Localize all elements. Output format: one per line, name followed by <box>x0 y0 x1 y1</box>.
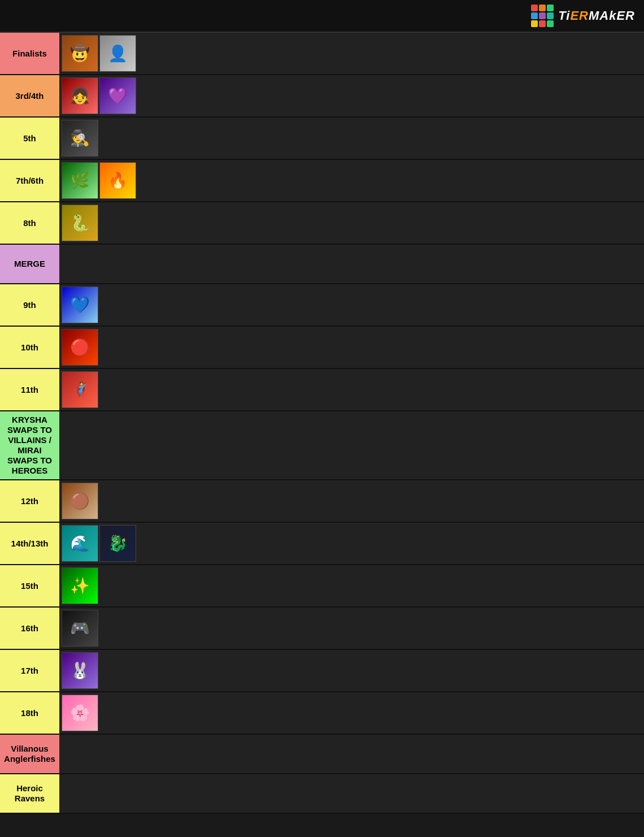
tier-content-finalists: 🤠👤 <box>59 33 644 74</box>
char-image-char15: ✨ <box>62 567 98 604</box>
char-image-char3: 👧 <box>62 77 98 114</box>
tier-list: Finalists🤠👤3rd/4th👧💜5th🕵️7th/6th🌿🔥8th🐍ME… <box>0 33 644 814</box>
tier-label-finalists: Finalists <box>0 33 59 74</box>
tier-content-merge <box>59 245 644 283</box>
tier-content-heroic <box>59 774 644 813</box>
tier-row-third-fourth: 3rd/4th👧💜 <box>0 75 644 118</box>
char-image-char9: 💙 <box>62 287 98 323</box>
tier-row-merge: MERGE <box>0 245 644 284</box>
tier-label-fourteenth-thirteenth: 14th/13th <box>0 523 59 564</box>
tier-label-villanous: Villanous Anglerfishes <box>0 735 59 773</box>
tier-row-fifth: 5th🕵️ <box>0 118 644 160</box>
tier-label-seventeenth: 17th <box>0 650 59 691</box>
tier-label-fifteenth: 15th <box>0 565 59 606</box>
tier-content-third-fourth: 👧💜 <box>59 75 644 116</box>
tier-label-tenth: 10th <box>0 327 59 368</box>
tier-label-seventh-sixth: 7th/6th <box>0 160 59 201</box>
char-image-char8: 🐍 <box>62 205 98 241</box>
tier-label-fifth: 5th <box>0 118 59 159</box>
tier-row-twelfth: 12th🟤 <box>0 480 644 523</box>
tier-content-eighth: 🐍 <box>59 202 644 244</box>
tier-content-seventh-sixth: 🌿🔥 <box>59 160 644 201</box>
tier-row-villanous: Villanous Anglerfishes <box>0 735 644 774</box>
tier-label-krysha-swap: KRYSHA SWAPS TO VILLAINS / MIRAI SWAPS T… <box>0 411 59 479</box>
tier-row-heroic: Heroic Ravens <box>0 774 644 814</box>
tier-label-sixteenth: 16th <box>0 608 59 649</box>
char-image-char11: 🦸 <box>62 371 98 408</box>
tier-row-fifteenth: 15th✨ <box>0 565 644 608</box>
tier-label-eighteenth: 18th <box>0 692 59 734</box>
tier-row-ninth: 9th💙 <box>0 284 644 327</box>
tier-label-twelfth: 12th <box>0 480 59 522</box>
char-image-char1: 🤠 <box>62 35 98 72</box>
char-image-char10: 🔴 <box>62 329 98 366</box>
char-image-char14: 🐉 <box>99 525 136 562</box>
tier-content-sixteenth: 🎮 <box>59 608 644 649</box>
tier-row-eleventh: 11th🦸 <box>0 369 644 411</box>
tier-row-fourteenth-thirteenth: 14th/13th🌊🐉 <box>0 523 644 565</box>
tier-content-villanous <box>59 735 644 773</box>
tier-label-merge: MERGE <box>0 245 59 283</box>
char-image-char7: 🔥 <box>99 162 136 199</box>
tier-row-tenth: 10th🔴 <box>0 327 644 369</box>
tier-row-sixteenth: 16th🎮 <box>0 608 644 650</box>
char-image-char13: 🌊 <box>62 525 98 562</box>
tier-row-finalists: Finalists🤠👤 <box>0 33 644 75</box>
char-image-char16: 🎮 <box>62 610 98 647</box>
tier-label-eleventh: 11th <box>0 369 59 410</box>
tier-content-seventeenth: 🐰 <box>59 650 644 691</box>
tier-label-eighth: 8th <box>0 202 59 244</box>
tier-row-eighteenth: 18th🌸 <box>0 692 644 735</box>
tier-content-eleventh: 🦸 <box>59 369 644 410</box>
tier-label-third-fourth: 3rd/4th <box>0 75 59 116</box>
char-image-char17: 🐰 <box>62 652 98 689</box>
logo-grid <box>531 5 554 27</box>
tier-content-eighteenth: 🌸 <box>59 692 644 734</box>
header: TiERMAkER <box>0 0 644 33</box>
tier-label-heroic: Heroic Ravens <box>0 774 59 813</box>
tier-label-ninth: 9th <box>0 284 59 326</box>
char-image-char5: 🕵️ <box>62 120 98 157</box>
tier-content-twelfth: 🟤 <box>59 480 644 522</box>
tier-row-seventeenth: 17th🐰 <box>0 650 644 692</box>
logo-text: TiERMAkER <box>558 8 635 23</box>
char-image-char6: 🌿 <box>62 162 98 199</box>
char-image-char12: 🟤 <box>62 483 98 519</box>
tier-row-krysha-swap: KRYSHA SWAPS TO VILLAINS / MIRAI SWAPS T… <box>0 411 644 480</box>
tier-content-ninth: 💙 <box>59 284 644 326</box>
char-image-char2: 👤 <box>99 35 136 72</box>
tier-content-tenth: 🔴 <box>59 327 644 368</box>
tier-content-fifth: 🕵️ <box>59 118 644 159</box>
tier-row-eighth: 8th🐍 <box>0 202 644 245</box>
tier-content-krysha-swap <box>59 411 644 479</box>
tier-content-fifteenth: ✨ <box>59 565 644 606</box>
tier-content-fourteenth-thirteenth: 🌊🐉 <box>59 523 644 564</box>
tiermaker-logo: TiERMAkER <box>531 5 635 27</box>
tier-row-seventh-sixth: 7th/6th🌿🔥 <box>0 160 644 202</box>
char-image-char4: 💜 <box>99 77 136 114</box>
char-image-char18: 🌸 <box>62 695 98 731</box>
